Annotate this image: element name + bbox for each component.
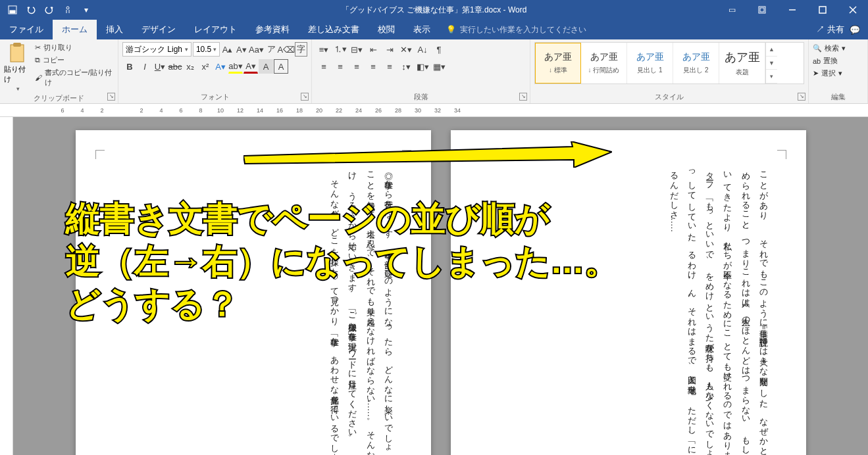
style-heading1[interactable]: あア亜見出し 1 [627, 43, 673, 84]
distributed-icon[interactable]: ≡ [382, 59, 397, 74]
minimize-icon[interactable] [777, 0, 807, 20]
maximize-icon[interactable] [807, 0, 838, 20]
search-icon: 🔍 [813, 44, 822, 53]
paste-button[interactable]: 貼り付け ▾ [4, 42, 31, 92]
highlight-icon[interactable]: ab▾ [228, 59, 243, 74]
vertical-ruler[interactable] [0, 117, 13, 455]
group-font: 游ゴシック Ligh▾ 10.5▾ A▴ A▾ Aa▾ ア A⌫ 字 B I U… [118, 39, 312, 103]
svg-rect-9 [11, 45, 24, 62]
tab-home[interactable]: ホーム [53, 20, 97, 39]
underline-button[interactable]: U▾ [153, 59, 167, 74]
bullets-icon[interactable]: ≡▾ [316, 42, 332, 57]
font-color-icon[interactable]: A▾ [243, 59, 258, 74]
bold-button[interactable]: B [122, 59, 137, 74]
increase-indent-icon[interactable]: ⇥ [382, 42, 397, 57]
shrink-font-icon[interactable]: A▾ [235, 42, 247, 57]
justify-icon[interactable]: ≡ [365, 59, 381, 74]
select-button[interactable]: ➤選択 ▾ [813, 67, 863, 80]
ribbon: 貼り付け ▾ ✂切り取り ⧉コピー 🖌書式のコピー/貼り付け クリップボード 游… [0, 39, 868, 104]
multilevel-list-icon[interactable]: ⊟▾ [349, 42, 365, 57]
tab-review[interactable]: 校閲 [369, 20, 404, 39]
touch-mode-icon[interactable] [59, 2, 76, 18]
clipboard-icon [8, 42, 26, 63]
enclose-characters-icon[interactable]: 字 [295, 42, 307, 57]
copy-button[interactable]: ⧉コピー [34, 55, 114, 66]
align-center-icon[interactable]: ≡ [332, 59, 348, 74]
ribbon-options-icon[interactable] [747, 0, 777, 20]
text-effects-icon[interactable]: A▾ [213, 59, 228, 74]
format-painter-button[interactable]: 🖌書式のコピー/貼り付け [34, 67, 114, 88]
group-label-styles: スタイル [534, 91, 804, 102]
change-case-icon[interactable]: Aa▾ [249, 42, 263, 57]
comments-icon[interactable]: 💬 [850, 25, 860, 35]
shading-icon[interactable]: ◧▾ [415, 59, 430, 74]
decrease-indent-icon[interactable]: ⇤ [365, 42, 381, 57]
overlay-line-2: 逆（左→右）になってしまった…。 [66, 240, 619, 283]
tab-view[interactable]: 表示 [404, 20, 440, 39]
close-icon[interactable] [838, 0, 868, 20]
asian-layout-icon[interactable]: ✕▾ [398, 42, 414, 57]
tab-layout[interactable]: レイアウト [185, 20, 246, 39]
title-bar: ▾ 「グッドバイブス ご機嫌な仕事」第1章.docx - Word ▭ [0, 0, 868, 20]
svg-point-2 [66, 7, 69, 9]
line-spacing-icon[interactable]: ↕▾ [398, 59, 414, 74]
find-button[interactable]: 🔍検索 ▾ [813, 42, 863, 55]
sort-icon[interactable]: A↓ [415, 42, 430, 57]
style-scroll-up-icon[interactable]: ▲ [766, 43, 777, 57]
replace-button[interactable]: ab置換 [813, 55, 863, 67]
window-controls: ▭ [717, 0, 868, 20]
svg-marker-11 [243, 141, 612, 168]
svg-rect-1 [10, 11, 15, 13]
phonetic-guide-icon[interactable]: ア [265, 42, 277, 57]
style-scroll-down-icon[interactable]: ▼ [766, 57, 777, 70]
group-label-clipboard: クリップボード [4, 92, 114, 103]
horizontal-ruler[interactable]: 642246810121416182022242628303234 [0, 104, 868, 117]
character-border-icon[interactable]: A [274, 59, 288, 74]
overlay-line-3: どうする？ [66, 283, 619, 325]
copy-icon: ⧉ [35, 56, 40, 64]
style-normal[interactable]: あア亜↓ 標準 [535, 43, 581, 84]
style-expand-icon[interactable]: ▾ [766, 70, 777, 84]
font-name-combo[interactable]: 游ゴシック Ligh▾ [122, 42, 191, 57]
tell-me-search[interactable]: 💡 実行したい作業を入力してください [440, 20, 586, 39]
tell-me-placeholder: 実行したい作業を入力してください [460, 24, 586, 36]
align-left-icon[interactable]: ≡ [316, 59, 332, 74]
tab-references[interactable]: 参考資料 [246, 20, 299, 39]
account-icon[interactable]: ▭ [717, 0, 747, 20]
tab-insert[interactable]: 挿入 [97, 20, 132, 39]
ruler-ticks: 642246810121416182022242628303234 [53, 107, 467, 114]
tab-file[interactable]: ファイル [0, 20, 53, 39]
font-dialog-launcher[interactable] [301, 93, 309, 101]
save-icon[interactable] [4, 2, 21, 18]
qat-more-icon[interactable]: ▾ [78, 2, 95, 18]
style-nospacing[interactable]: あア亜↓ 行間詰め [581, 43, 627, 84]
superscript-button[interactable]: x² [198, 59, 213, 74]
subscript-button[interactable]: x₂ [183, 59, 197, 74]
style-heading2[interactable]: あア亜見出し 2 [673, 43, 719, 84]
undo-icon[interactable] [22, 2, 39, 18]
character-shading-icon[interactable]: A [259, 59, 273, 74]
tab-mailings[interactable]: 差し込み文書 [299, 20, 369, 39]
tab-design[interactable]: デザイン [132, 20, 185, 39]
strikethrough-button[interactable]: abc [168, 59, 182, 74]
italic-button[interactable]: I [138, 59, 152, 74]
align-right-icon[interactable]: ≡ [349, 59, 365, 74]
borders-icon[interactable]: ▦▾ [431, 59, 447, 74]
paragraph-dialog-launcher[interactable] [519, 93, 527, 101]
annotation-overlay: 縦書き文書でページの並び順が 逆（左→右）になってしまった…。 どうする？ [66, 197, 619, 325]
font-size-combo[interactable]: 10.5▾ [193, 42, 220, 57]
clear-formatting-icon[interactable]: A⌫ [279, 42, 294, 57]
numbering-icon[interactable]: ⒈▾ [332, 42, 348, 57]
styles-dialog-launcher[interactable] [798, 93, 805, 101]
group-label-editing: 編集 [813, 91, 863, 102]
style-title[interactable]: あア亜表題 [719, 43, 765, 84]
show-marks-icon[interactable]: ¶ [431, 42, 447, 57]
cut-button[interactable]: ✂切り取り [34, 42, 114, 53]
clipboard-dialog-launcher[interactable] [107, 93, 115, 101]
svg-rect-10 [13, 43, 21, 47]
scissors-icon: ✂ [35, 43, 41, 52]
redo-icon[interactable] [41, 2, 58, 18]
grow-font-icon[interactable]: A▴ [221, 42, 234, 57]
style-gallery: あア亜↓ 標準 あア亜↓ 行間詰め あア亜見出し 1 あア亜見出し 2 あア亜表… [534, 42, 804, 84]
share-button[interactable]: ↗ 共有 [816, 24, 844, 36]
